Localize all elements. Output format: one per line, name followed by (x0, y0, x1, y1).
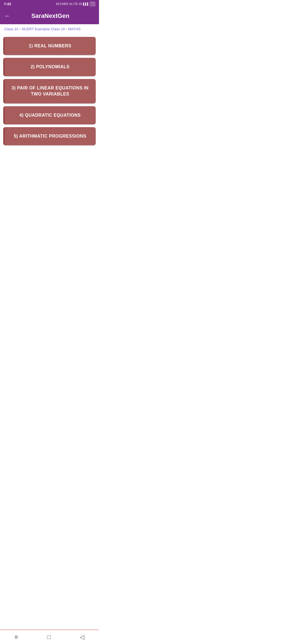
chapter-label-5: 5) ARITHMATIC PROGRESSIONS (9, 133, 91, 139)
app-header: ← SaraNextGen (0, 8, 99, 24)
chapter-card-1[interactable]: 1) REAL NUMBERS (3, 37, 96, 55)
chapter-label-4: 4) QUADRATIC EQUATIONS (9, 112, 91, 118)
status-time: 7:43 (4, 2, 11, 6)
chapter-card-5[interactable]: 5) ARITHMATIC PROGRESSIONS (3, 127, 96, 145)
network-type: Vo LTE (69, 2, 78, 6)
app-title: SaraNextGen (15, 12, 86, 20)
breadcrumb-class10[interactable]: Class 10 (4, 27, 18, 31)
breadcrumb-separator-1: › (20, 27, 21, 31)
signal-type: 4G (79, 2, 82, 6)
chapter-card-4[interactable]: 4) QUADRATIC EQUATIONS (3, 106, 96, 124)
status-icons: 93.0 KB/S Vo LTE 4G ▌▌▌ 25 (56, 2, 95, 6)
battery-level: 25 (90, 2, 95, 6)
chapter-card-3[interactable]: 3) PAIR OF LINEAR EQUATIONS IN TWO VARIA… (3, 79, 96, 103)
breadcrumb-separator-2: › (66, 27, 67, 31)
breadcrumb: Class 10 › NCERT Exemplar Class 10 › MAT… (0, 24, 99, 34)
signal-bars: ▌▌▌ (83, 2, 89, 6)
chapter-card-2[interactable]: 2) POLYNOMIALS (3, 58, 96, 76)
status-bar: 7:43 93.0 KB/S Vo LTE 4G ▌▌▌ 25 (0, 0, 99, 8)
chapter-label-1: 1) REAL NUMBERS (9, 43, 91, 49)
breadcrumb-maths[interactable]: MATHS (68, 27, 81, 31)
chapter-label-2: 2) POLYNOMIALS (9, 64, 91, 70)
back-button[interactable]: ← (4, 12, 10, 20)
breadcrumb-ncert[interactable]: NCERT Exemplar Class 10 (22, 27, 65, 31)
network-speed: 93.0 KB/S (56, 2, 68, 6)
chapter-list: 1) REAL NUMBERS2) POLYNOMIALS3) PAIR OF … (0, 34, 99, 148)
chapter-label-3: 3) PAIR OF LINEAR EQUATIONS IN TWO VARIA… (9, 85, 91, 97)
